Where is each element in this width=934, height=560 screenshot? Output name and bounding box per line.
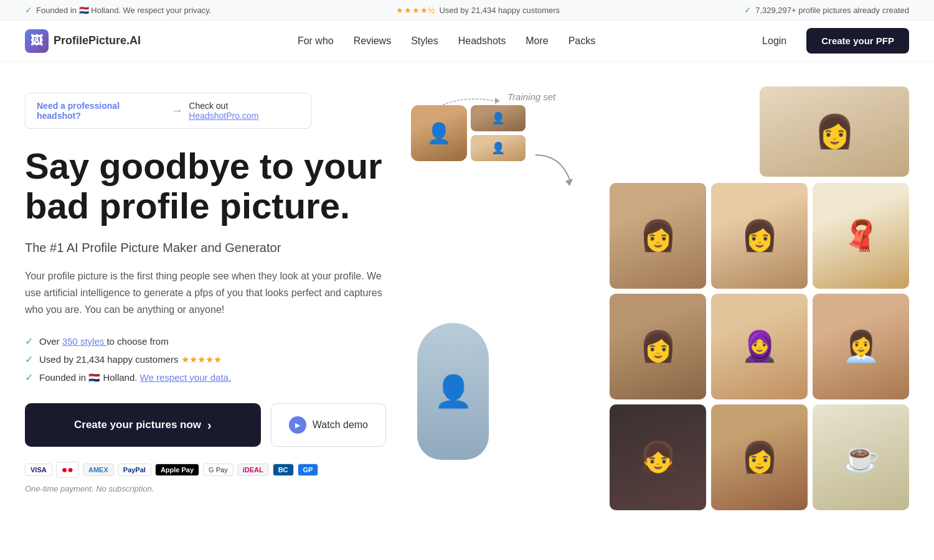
arrow-icon: › [207, 418, 212, 432]
training-photos-col: 👤 👤 [471, 105, 526, 161]
hero-cta: Create your pictures now › ▶ Watch demo [25, 403, 386, 447]
gen-photo-9: ☕ [813, 404, 909, 510]
banner-link[interactable]: Check out HeadshotPro.com [189, 101, 300, 121]
paypal-icon: PayPal [118, 464, 151, 476]
topbar-text-1: Founded in 🇳🇱 Holland. We respect your p… [36, 6, 211, 15]
topbar-text-3: 7,329,297+ profile pictures already crea… [755, 6, 909, 15]
bullet-2: ✓ Used by 21,434 happy customers ★★★★★ [25, 353, 386, 365]
gen-photo-5: 🧕 [711, 294, 808, 399]
banner-label: Need a professional headshot? [37, 101, 165, 121]
one-time-text: One-time payment. No subscription. [25, 484, 386, 493]
gen-photo-8: 👩 [711, 404, 808, 510]
training-photo-1: 👤 [411, 105, 467, 161]
apple-pay-icon: Apple Pay [155, 464, 199, 476]
check-icon-bullet-3: ✓ [25, 371, 33, 383]
nav-link-headshots[interactable]: Headshots [458, 35, 506, 47]
arrow-decoration [529, 149, 579, 189]
login-button[interactable]: Login [752, 30, 796, 52]
navbar-actions: Login Create your PFP [752, 28, 909, 54]
topbar-item-2: ★★★★½ Used by 21,434 happy customers [396, 6, 560, 15]
nav-links: For who Reviews Styles Headshots More Pa… [298, 35, 595, 47]
topbar: ✓ Founded in 🇳🇱 Holland. We respect your… [0, 0, 934, 21]
star-rating: ★★★★½ [396, 6, 436, 15]
payment-icons: VISA ●● AMEX PayPal Apple Pay G Pay iDEA… [25, 462, 386, 478]
nav-link-reviews[interactable]: Reviews [354, 35, 391, 47]
generated-grid: 👩 👩 🧣 👩 🧕 👩‍💼 👧 👩 ☕ [610, 183, 909, 510]
navbar: 🖼 ProfilePicture.AI For who Reviews Styl… [0, 21, 934, 62]
nav-link-more[interactable]: More [526, 35, 548, 47]
google-pay-icon: G Pay [203, 464, 234, 476]
ideal-icon: iDEAL [237, 464, 269, 476]
hero-description: Your profile picture is the first thing … [25, 268, 386, 319]
check-icon-bullet-2: ✓ [25, 353, 33, 365]
training-photo-2: 👤 [471, 105, 526, 131]
topbar-item-1: ✓ Founded in 🇳🇱 Holland. We respect your… [25, 5, 211, 15]
gen-photo-4: 👩 [610, 294, 706, 399]
visa-icon: VISA [25, 464, 52, 476]
gp-icon: GP [298, 464, 319, 476]
banner-arrow: → [171, 105, 182, 118]
styles-link[interactable]: 350 styles [62, 336, 107, 347]
mastercard-icon: ●● [56, 462, 79, 478]
hero-section: Need a professional headshot? → Check ou… [0, 62, 934, 493]
create-pictures-button[interactable]: Create your pictures now › [25, 403, 261, 447]
nav-link-styles[interactable]: Styles [411, 35, 438, 47]
collage: Training set 👤 👤 👤 👤 [411, 86, 909, 447]
topbar-text-2: Used by 21,434 happy customers [439, 6, 560, 15]
gen-photo-6: 👩‍💼 [813, 294, 909, 399]
logo[interactable]: 🖼 ProfilePicture.AI [25, 29, 141, 53]
nav-link-packs[interactable]: Packs [568, 35, 596, 47]
watch-demo-label: Watch demo [313, 419, 368, 431]
gen-photo-1: 👩 [610, 183, 706, 289]
check-icon-1: ✓ [25, 5, 32, 15]
bullet-3: ✓ Founded in 🇳🇱 Holland. We respect your… [25, 371, 386, 383]
play-icon: ▶ [289, 416, 306, 434]
gen-photo-2: 👩 [711, 183, 808, 289]
nav-link-for-who[interactable]: For who [298, 35, 334, 47]
stars-badge: ★★★★★ [181, 354, 222, 365]
hero-subtitle: The #1 AI Profile Picture Maker and Gene… [25, 241, 386, 255]
profile-silhouette: 👤 [417, 323, 489, 460]
hero-left: Need a professional headshot? → Check ou… [25, 86, 386, 493]
hero-right: Training set 👤 👤 👤 👤 [411, 86, 909, 447]
training-photo-3: 👤 [471, 135, 526, 161]
topbar-item-3: ✓ 7,329,297+ profile pictures already cr… [744, 5, 909, 15]
gen-photo-3: 🧣 [813, 183, 909, 289]
amex-icon: AMEX [83, 464, 114, 476]
gen-photo-top-right: 👩 [760, 86, 909, 177]
watch-demo-button[interactable]: ▶ Watch demo [271, 403, 386, 447]
logo-icon: 🖼 [25, 29, 49, 53]
bullet-1: ✓ Over 350 styles to choose from [25, 335, 386, 347]
headshot-banner[interactable]: Need a professional headshot? → Check ou… [25, 93, 311, 129]
check-icon-bullet-1: ✓ [25, 335, 33, 347]
training-label: Training set [507, 91, 555, 102]
privacy-link[interactable]: We respect your data. [140, 372, 231, 383]
hero-title: Say goodbye to your bad profile picture. [25, 146, 386, 226]
logo-text: ProfilePicture.AI [54, 34, 141, 47]
svg-marker-0 [495, 98, 500, 104]
hero-bullets: ✓ Over 350 styles to choose from ✓ Used … [25, 335, 386, 383]
check-icon-2: ✓ [744, 5, 752, 15]
create-pfp-button[interactable]: Create your PFP [806, 28, 909, 54]
gen-photo-7: 👧 [610, 404, 706, 510]
bancontact-icon: BC [273, 464, 294, 476]
training-photos: 👤 👤 👤 [411, 105, 526, 161]
